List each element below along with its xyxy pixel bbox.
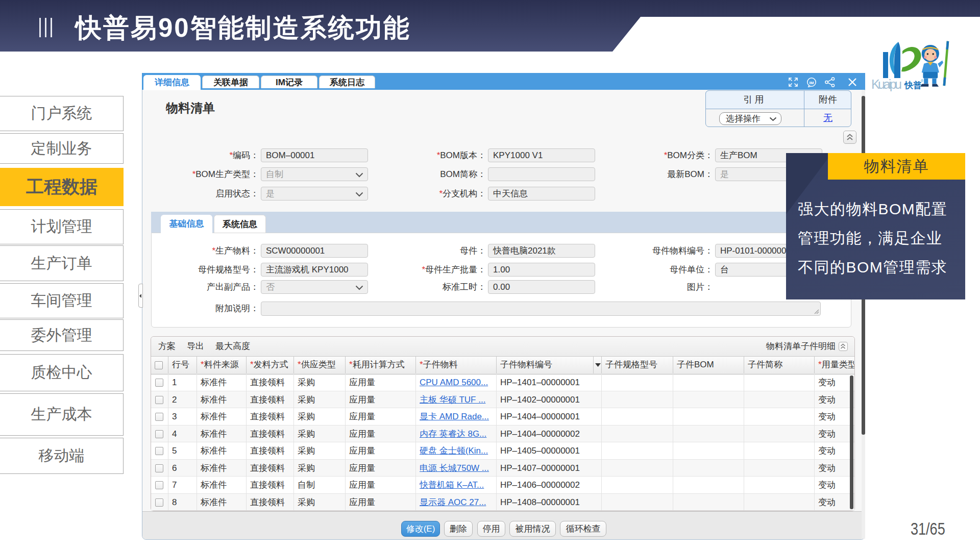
svg-text:Kuaipu: Kuaipu [871, 77, 902, 91]
svg-text:®: ® [921, 79, 924, 83]
svg-text:快普: 快普 [904, 81, 922, 90]
svg-text:IM: IM [810, 81, 814, 85]
